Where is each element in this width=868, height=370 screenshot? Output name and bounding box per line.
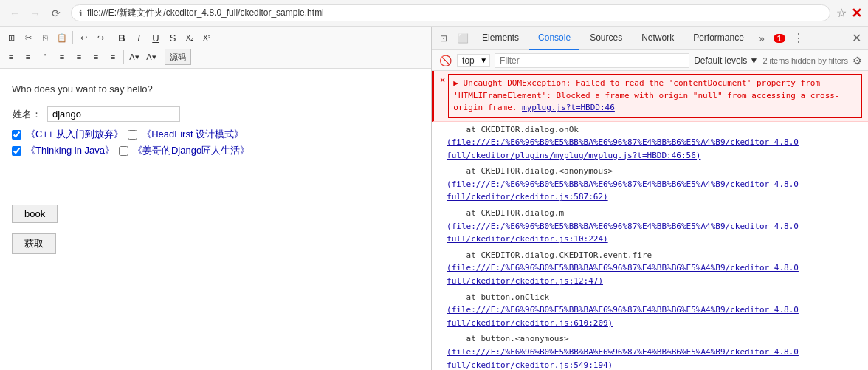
error-badge: 1 [774, 34, 785, 43]
console-trace-1: at CKEDITOR.dialog.<anonymous> (file:///… [432, 163, 868, 205]
ck-list-ul-btn[interactable]: ≡ [20, 49, 36, 65]
nav-buttons: ← → ⟳ [6, 4, 65, 22]
ck-toolbar-row2: ≡ ≡ " ≡ ≡ ≡ ≡ A▾ A▾ 源码 [1, 47, 430, 66]
console-settings-btn[interactable]: ⚙ [852, 55, 862, 66]
form-section: Who does you want to say hello? 姓名： 《C++… [12, 83, 419, 254]
get-section: 获取 [12, 227, 419, 254]
checkbox-hf-label: 《HeadFirst 设计模式》 [142, 128, 244, 141]
toolbar-actions: ☆ ✕ [836, 5, 862, 21]
trace-link-5[interactable]: (file:///E:/%E6%96%B0%E5%BB%BA%E6%96%87%… [447, 347, 799, 370]
ck-italic-btn[interactable]: I [131, 30, 147, 46]
ck-font-color-btn[interactable]: A▾ [126, 49, 142, 65]
ck-underline-btn[interactable]: U [148, 30, 164, 46]
checkbox-django-label: 《姜哥的Django匠人生活》 [133, 144, 249, 157]
ck-bold-btn[interactable]: B [114, 30, 130, 46]
checkbox-java[interactable] [12, 146, 21, 156]
bookmark-icon[interactable]: ☆ [836, 6, 847, 20]
close-circle-icon[interactable]: ✕ [851, 5, 862, 21]
tab-elements[interactable]: Elements [473, 27, 528, 50]
trace-link-3[interactable]: (file:///E:/%E6%96%B0%E5%BB%BA%E6%96%87%… [447, 263, 799, 286]
form-title: Who does you want to say hello? [12, 83, 419, 95]
console-level-select[interactable]: Default levels ▼ [694, 55, 758, 66]
console-hidden-text: 2 items hidden by filters [762, 56, 848, 65]
ck-sep4 [162, 50, 162, 64]
ck-bg-color-btn[interactable]: A▾ [143, 49, 159, 65]
ck-paste-btn[interactable]: 📋 [54, 30, 70, 46]
tab-performance[interactable]: Performance [684, 27, 753, 50]
webpage-panel: ⊞ ✂ ⎘ 📋 ↩ ↪ B I U S X₂ X² ≡ ≡ " ≡ ≡ [0, 27, 432, 370]
checkbox-hf[interactable] [128, 130, 137, 140]
checkbox-java-label: 《Thinking in Java》 [26, 144, 114, 157]
ck-sep1 [72, 31, 73, 44]
address-text: file:///E:/新建文件夹/ckeditor_4.8.0_full/cke… [87, 7, 822, 19]
console-context-wrap: top ▼ [457, 54, 490, 67]
console-trace-4: at button.onClick (file:///E:/%E6%96%B0%… [432, 290, 868, 332]
name-label: 姓名： [12, 108, 41, 121]
ck-copy-btn[interactable]: ⎘ [37, 30, 53, 46]
ck-align-center-btn[interactable]: ≡ [71, 49, 87, 65]
main-area: ⊞ ✂ ⎘ 📋 ↩ ↪ B I U S X₂ X² ≡ ≡ " ≡ ≡ [0, 27, 868, 370]
console-trace-3: at CKEDITOR.dialog.CKEDITOR.event.fire (… [432, 247, 868, 290]
reload-button[interactable]: ⟳ [47, 4, 65, 22]
webpage-content: Who does you want to say hello? 姓名： 《C++… [0, 69, 431, 370]
ck-align-left-btn[interactable]: ≡ [54, 49, 70, 65]
tab-sources[interactable]: Sources [581, 27, 631, 50]
error-triangle: ▶ [453, 78, 463, 88]
console-error-box: ▶ Uncaught DOMException: Failed to read … [448, 74, 862, 118]
checkbox-cpp-label: 《C++ 从入门到放弃》 [26, 128, 123, 141]
ck-sep3 [123, 50, 124, 64]
ck-strike-btn[interactable]: S [165, 30, 181, 46]
console-error-main: ▶ Uncaught DOMException: Failed to read … [453, 78, 857, 114]
ck-grid-btn[interactable]: ⊞ [3, 30, 19, 46]
devtools-cursor-btn[interactable]: ⊡ [435, 30, 452, 47]
get-button[interactable]: 获取 [12, 233, 56, 254]
console-clear-btn[interactable]: 🚫 [438, 53, 452, 68]
error-text: Uncaught DOMException: Failed to read th… [453, 78, 839, 112]
trace-link-4[interactable]: (file:///E:/%E6%96%B0%E5%BB%BA%E6%96%87%… [447, 305, 799, 328]
trace-link-0[interactable]: (file:///E:/%E6%96%B0%E5%BB%BA%E6%96%87%… [447, 137, 799, 160]
console-toolbar: 🚫 top ▼ Default levels ▼ 2 items hidden … [432, 50, 868, 71]
address-bar: ℹ file:///E:/新建文件夹/ckeditor_4.8.0_full/c… [71, 4, 830, 21]
trace-link-1[interactable]: (file:///E:/%E6%96%B0%E5%BB%BA%E6%96%87%… [447, 179, 799, 202]
ck-cut-btn[interactable]: ✂ [20, 30, 36, 46]
checkbox-row1: 《C++ 从入门到放弃》 《HeadFirst 设计模式》 [12, 128, 249, 141]
ck-subscript-btn[interactable]: X₂ [182, 30, 198, 46]
browser-toolbar: ← → ⟳ ℹ file:///E:/新建文件夹/ckeditor_4.8.0_… [0, 0, 868, 27]
ck-list-ol-btn[interactable]: ≡ [3, 49, 19, 65]
checkbox-row2: 《Thinking in Java》 《姜哥的Django匠人生活》 [12, 144, 249, 157]
checkbox-django[interactable] [119, 146, 128, 156]
devtools-device-btn[interactable]: ⬜ [454, 30, 472, 47]
console-trace-0: at CKEDITOR.dialog.onOk (file:///E:/%E6%… [432, 122, 868, 164]
name-row: 姓名： [12, 106, 249, 122]
devtools-more-btn[interactable]: » [754, 30, 769, 47]
form-left-col: 姓名： 《C++ 从入门到放弃》 《HeadFirst 设计模式》 《Think… [12, 100, 249, 160]
checkbox-cpp[interactable] [12, 130, 21, 140]
ck-redo-btn[interactable]: ↪ [92, 30, 108, 46]
ck-toolbar: ⊞ ✂ ⎘ 📋 ↩ ↪ B I U S X₂ X² ≡ ≡ " ≡ ≡ [0, 27, 431, 69]
devtools-close-btn[interactable]: ✕ [847, 30, 865, 47]
back-button[interactable]: ← [6, 4, 24, 22]
tab-network[interactable]: Network [633, 27, 683, 50]
ck-toolbar-row1: ⊞ ✂ ⎘ 📋 ↩ ↪ B I U S X₂ X² [1, 28, 430, 47]
devtools-panel: ⊡ ⬜ Elements Console Sources Network Per… [432, 27, 868, 370]
console-context-select[interactable]: top [457, 54, 490, 67]
devtools-tabs: ⊡ ⬜ Elements Console Sources Network Per… [432, 27, 868, 50]
error-icon: ✕ [440, 75, 445, 118]
console-filter-input[interactable] [495, 53, 689, 68]
console-trace-2: at CKEDITOR.dialog.m (file:///E:/%E6%96%… [432, 205, 868, 247]
ck-align-justify-btn[interactable]: ≡ [105, 49, 121, 65]
ck-blockquote-btn[interactable]: " [37, 49, 53, 65]
book-button[interactable]: book [12, 205, 58, 223]
ck-source-btn[interactable]: 源码 [165, 49, 191, 65]
ck-superscript-btn[interactable]: X² [199, 30, 215, 46]
tab-console[interactable]: Console [529, 27, 579, 50]
ck-sep2 [111, 31, 111, 44]
devtools-menu-btn[interactable]: ⋮ [790, 30, 807, 47]
trace-link-2[interactable]: (file:///E:/%E6%96%B0%E5%BB%BA%E6%96%87%… [447, 222, 799, 244]
ck-undo-btn[interactable]: ↩ [75, 30, 92, 46]
book-section: book [12, 190, 419, 223]
error-link[interactable]: myplug.js?t=HBDD:46 [522, 103, 615, 112]
ck-align-right-btn[interactable]: ≡ [88, 49, 104, 65]
forward-button[interactable]: → [27, 4, 44, 22]
name-input[interactable] [47, 106, 180, 122]
